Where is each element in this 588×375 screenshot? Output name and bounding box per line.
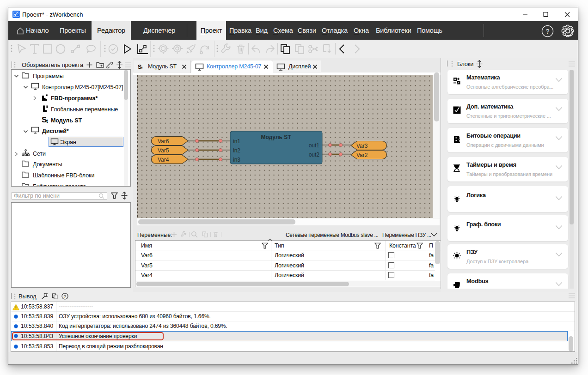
svg-text:Var5: Var5 [158,147,169,154]
svg-text:in3: in3 [233,157,240,163]
svg-text:in1: in1 [233,138,240,145]
svg-text:Var4: Var4 [158,157,169,163]
svg-text:t: t [46,118,48,123]
svg-text:?: ? [64,294,66,299]
svg-text:out2: out2 [309,151,320,158]
svg-text:Var2: Var2 [356,152,368,158]
svg-text:Var3: Var3 [356,143,368,149]
svg-text:S: S [138,64,141,70]
svg-text:in2: in2 [233,147,240,154]
svg-text:?: ? [546,28,550,35]
svg-text:Модуль ST: Модуль ST [261,134,291,140]
svg-text:Var6: Var6 [158,138,169,145]
svg-text:t: t [141,66,143,70]
svg-text:out1: out1 [309,142,320,149]
